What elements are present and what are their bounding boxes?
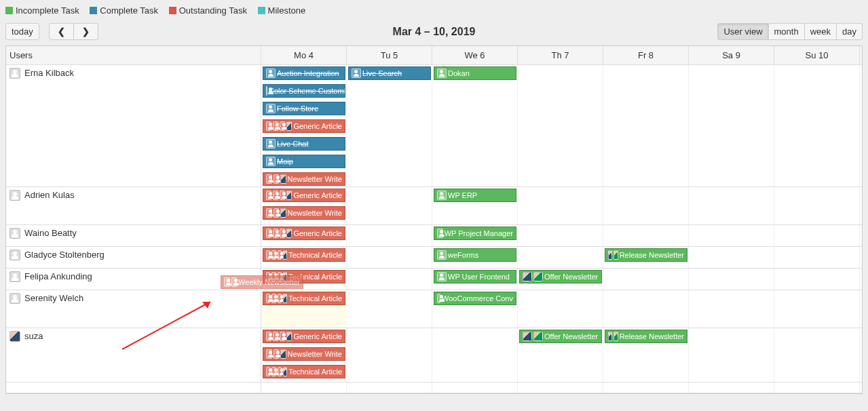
- event-label: Color Scheme Customize: [269, 85, 345, 97]
- assignee-icon: [437, 229, 443, 238]
- assignee-icon: [266, 250, 270, 260]
- col-day-6: Su 10: [774, 46, 860, 64]
- event-dragging[interactable]: Weekly Newsletter: [221, 275, 303, 289]
- assignee-icon: [266, 208, 272, 218]
- view-week-button[interactable]: week: [805, 23, 837, 40]
- legend-complete: Complete Task: [90, 5, 158, 16]
- event-task[interactable]: WP ERP: [434, 189, 516, 202]
- prev-button[interactable]: ❮: [49, 23, 74, 40]
- user-avatar-icon: [10, 190, 20, 201]
- event-task[interactable]: Newsletter Write: [263, 347, 345, 361]
- user-avatar-icon: [10, 331, 20, 342]
- view-user-button[interactable]: User view: [717, 23, 768, 40]
- event-task[interactable]: Moip: [263, 155, 345, 168]
- assignee-icon: [280, 349, 286, 359]
- swatch-icon: [169, 7, 176, 14]
- event-label: weForms: [448, 249, 478, 261]
- event-task[interactable]: Newsletter Write: [263, 172, 345, 186]
- event-task[interactable]: WP User Frontend: [434, 270, 516, 283]
- user-avatar-icon: [10, 271, 20, 282]
- event-label: Release Newsletter: [620, 330, 684, 342]
- legend: Incomplete Task Complete Task Outstandin…: [5, 5, 863, 16]
- assignee-icon: [266, 174, 272, 184]
- chevron-left-icon: ❮: [58, 26, 65, 37]
- event-label: Technical Article: [288, 249, 342, 261]
- user-row-erna: Erna Kilback Auction Integration Color S…: [6, 65, 862, 187]
- event-label: Generic Article: [293, 330, 342, 342]
- legend-label: Incomplete Task: [16, 5, 79, 16]
- assignee-icon: [271, 294, 276, 303]
- assignee-icon: [280, 208, 286, 218]
- calendar-grid: Users Mo 4 Tu 5 We 6 Th 7 Fr 8 Sa 9 Su 1…: [5, 45, 863, 394]
- swatch-icon: [5, 7, 13, 14]
- legend-incomplete: Incomplete Task: [5, 5, 79, 16]
- assignee-icon: [533, 332, 543, 341]
- timeline[interactable]: Auction Integration Color Scheme Customi…: [261, 65, 862, 187]
- event-task[interactable]: Technical Article: [263, 292, 345, 305]
- assignee-icon: [266, 139, 276, 149]
- event-task[interactable]: Technical Article: [263, 248, 345, 262]
- event-label: Auction Integration: [277, 67, 339, 79]
- timeline[interactable]: Technical Article WooCommerce Conv: [261, 290, 862, 328]
- view-day-button[interactable]: day: [837, 23, 863, 40]
- next-button[interactable]: ❯: [74, 23, 98, 40]
- assignee-icon: [437, 191, 447, 200]
- event-label: Offer Newsletter: [544, 271, 598, 283]
- event-task[interactable]: Generic Article: [263, 119, 345, 133]
- timeline[interactable]: Generic Article WP Project Manager: [261, 225, 862, 246]
- event-label: Generic Article: [293, 120, 342, 132]
- timeline[interactable]: Generic Article Newsletter Write Technic…: [261, 328, 862, 382]
- event-task[interactable]: Technical Article: [263, 365, 345, 378]
- legend-label: Outstanding Task: [179, 5, 247, 16]
- assignee-icon: [266, 367, 270, 376]
- timeline[interactable]: [261, 383, 862, 393]
- col-users: Users: [6, 46, 261, 64]
- assignee-icon: [280, 174, 286, 184]
- event-task[interactable]: Live Chat: [263, 137, 345, 151]
- timeline[interactable]: Technical Article WP User Frontend Offer…: [261, 269, 862, 290]
- assignee-icon: [266, 191, 271, 200]
- event-task[interactable]: Follow Store: [263, 102, 345, 115]
- assignee-icon: [523, 332, 532, 341]
- user-name: Waino Beatty: [24, 228, 77, 238]
- assignee-icon: [266, 349, 272, 359]
- event-task[interactable]: WP Project Manager: [434, 227, 516, 240]
- event-task[interactable]: Release Newsletter: [605, 248, 687, 262]
- user-row-serenity: Serenity Welch Technical Article WooComm…: [6, 290, 862, 328]
- assignee-icon: [614, 250, 618, 260]
- event-task[interactable]: WooCommerce Conv: [434, 292, 516, 305]
- event-task[interactable]: Generic Article: [263, 227, 345, 240]
- user-name: Serenity Welch: [24, 293, 83, 303]
- event-label: Weekly Newsletter: [238, 276, 300, 288]
- assignee-icon: [283, 250, 287, 260]
- assignee-icon: [278, 250, 282, 260]
- event-task[interactable]: Offer Newsletter: [519, 270, 602, 283]
- event-label: Release Newsletter: [620, 249, 684, 261]
- nav-buttons: ❮ ❯: [49, 23, 98, 40]
- event-task[interactable]: Offer Newsletter: [519, 330, 602, 343]
- event-task[interactable]: Dokan: [434, 66, 516, 80]
- event-label: Dokan: [448, 67, 470, 79]
- event-task[interactable]: weForms: [434, 248, 516, 262]
- event-task[interactable]: Auction Integration: [263, 66, 345, 80]
- event-task[interactable]: Generic Article: [263, 189, 345, 202]
- assignee-icon: [523, 272, 532, 281]
- event-task[interactable]: Newsletter Write: [263, 206, 345, 220]
- timeline[interactable]: Technical Article weForms Release Newsle…: [261, 247, 862, 268]
- assignee-icon: [283, 367, 287, 376]
- timeline[interactable]: Generic Article Newsletter Write WP ERP: [261, 187, 862, 224]
- event-label: Live Chat: [277, 138, 308, 150]
- event-task[interactable]: Generic Article: [263, 330, 345, 343]
- view-month-button[interactable]: month: [769, 23, 805, 40]
- today-button[interactable]: today: [5, 23, 39, 40]
- user-cell: Gladyce Stoltenberg: [6, 247, 261, 268]
- event-task[interactable]: Live Search: [348, 66, 431, 80]
- event-label: Moip: [277, 155, 293, 168]
- assignee-icon: [280, 229, 285, 238]
- event-task[interactable]: Color Scheme Customize: [263, 84, 345, 98]
- assignee-icon: [266, 86, 267, 96]
- assignee-icon: [533, 272, 543, 281]
- event-task[interactable]: Release Newsletter: [605, 330, 687, 343]
- assignee-icon: [278, 294, 282, 303]
- assignee-icon: [437, 272, 447, 281]
